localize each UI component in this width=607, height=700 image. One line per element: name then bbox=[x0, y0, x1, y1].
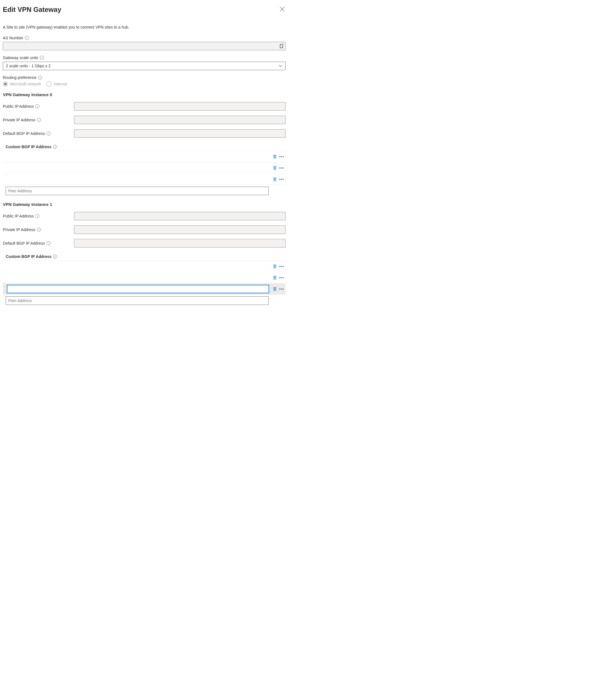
trash-icon[interactable] bbox=[273, 155, 277, 159]
more-icon[interactable]: ••• bbox=[279, 165, 285, 171]
instance-1-default-bgp-label: Default BGP IP Address bbox=[3, 241, 45, 246]
info-icon[interactable]: i bbox=[40, 56, 44, 60]
description-text: A Site to site (VPN gateway) enables you… bbox=[3, 25, 286, 29]
page-title: Edit VPN Gateway bbox=[3, 6, 61, 14]
info-icon[interactable]: i bbox=[47, 131, 50, 136]
routing-microsoft-radio[interactable]: Microsoft network bbox=[3, 81, 41, 86]
instance-1-default-bgp-field bbox=[74, 239, 286, 247]
trash-icon[interactable] bbox=[273, 177, 277, 182]
as-number-field bbox=[3, 42, 286, 50]
gateway-scale-value: 2 scale units - 1 Gbps x 2 bbox=[6, 64, 50, 68]
instance-0-public-ip-label: Public IP Address bbox=[3, 104, 34, 109]
more-icon[interactable]: ••• bbox=[279, 275, 285, 281]
instance-1-heading: VPN Gateway Instance 1 bbox=[3, 202, 286, 207]
routing-internet-radio[interactable]: Internet bbox=[46, 81, 67, 86]
instance-1-peer-address-input[interactable] bbox=[6, 296, 269, 305]
copy-icon[interactable] bbox=[279, 44, 284, 48]
bgp-row[interactable]: ••• bbox=[3, 151, 286, 162]
instance-0-peer-address-input[interactable] bbox=[6, 187, 269, 195]
instance-1-public-ip-field bbox=[74, 212, 286, 220]
close-icon[interactable] bbox=[279, 6, 286, 13]
trash-icon[interactable] bbox=[273, 287, 277, 291]
info-icon[interactable]: i bbox=[35, 104, 39, 108]
bgp-row-input[interactable] bbox=[7, 285, 269, 293]
chevron-down-icon bbox=[278, 64, 282, 68]
trash-icon[interactable] bbox=[273, 264, 277, 269]
routing-preference-label: Routing preference bbox=[3, 75, 37, 80]
info-icon[interactable]: i bbox=[35, 214, 39, 218]
instance-0-private-ip-field bbox=[74, 116, 286, 124]
instance-1-public-ip-label: Public IP Address bbox=[3, 214, 34, 218]
as-number-label: AS Number bbox=[3, 36, 23, 40]
trash-icon[interactable] bbox=[273, 166, 277, 170]
bgp-row[interactable]: ••• bbox=[3, 174, 286, 185]
instance-0-heading: VPN Gateway Instance 0 bbox=[3, 92, 286, 97]
routing-internet-label: Internet bbox=[54, 82, 67, 86]
instance-0-default-bgp-label: Default BGP IP Address bbox=[3, 131, 45, 136]
bgp-row[interactable]: ••• bbox=[3, 272, 286, 283]
more-icon[interactable]: ••• bbox=[279, 264, 285, 269]
instance-1-private-ip-label: Private IP Address bbox=[3, 227, 35, 232]
info-icon[interactable]: i bbox=[37, 118, 41, 122]
bgp-row-active[interactable]: ••• bbox=[3, 283, 286, 295]
instance-0-private-ip-label: Private IP Address bbox=[3, 118, 35, 122]
info-icon[interactable]: i bbox=[47, 241, 50, 245]
trash-icon[interactable] bbox=[273, 275, 277, 280]
more-icon[interactable]: ••• bbox=[279, 286, 285, 292]
info-icon[interactable]: i bbox=[53, 254, 57, 259]
gateway-scale-label: Gateway scale units bbox=[3, 56, 38, 60]
info-icon[interactable]: i bbox=[37, 228, 41, 232]
more-icon[interactable]: ••• bbox=[279, 154, 285, 160]
instance-1-private-ip-field bbox=[74, 225, 286, 234]
routing-microsoft-label: Microsoft network bbox=[10, 82, 41, 86]
info-icon[interactable]: i bbox=[38, 76, 42, 80]
instance-0-custom-bgp-heading: Custom BGP IP Address bbox=[6, 145, 51, 149]
instance-0-default-bgp-field bbox=[74, 129, 286, 138]
bgp-row[interactable]: ••• bbox=[3, 162, 286, 174]
instance-1-custom-bgp-heading: Custom BGP IP Address bbox=[6, 254, 51, 259]
bgp-row[interactable]: ••• bbox=[3, 261, 286, 272]
info-icon[interactable]: i bbox=[25, 36, 29, 40]
gateway-scale-select[interactable]: 2 scale units - 1 Gbps x 2 bbox=[3, 62, 286, 70]
more-icon[interactable]: ••• bbox=[279, 177, 285, 182]
info-icon[interactable]: i bbox=[53, 145, 57, 149]
instance-0-public-ip-field bbox=[74, 102, 286, 110]
